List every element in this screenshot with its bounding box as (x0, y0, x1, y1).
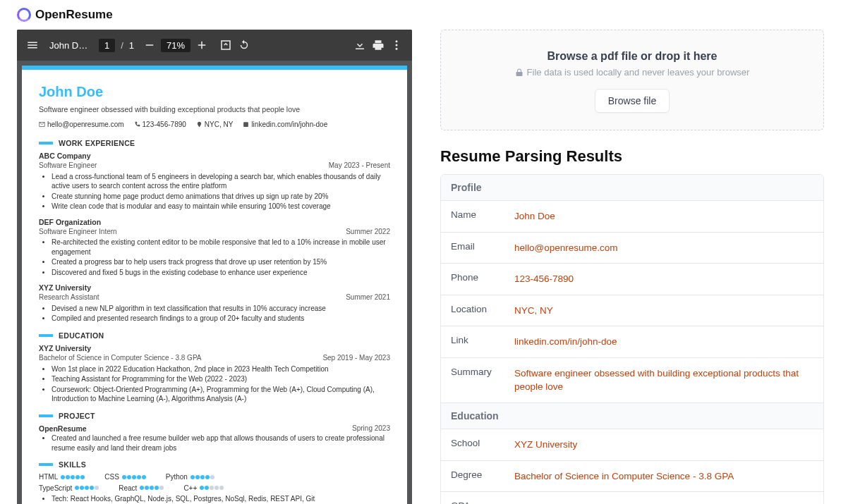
pdf-viewer: John Do… 1 / 1 71% John Doe Software eng… (17, 30, 412, 504)
table-row: LocationNYC, NY (441, 295, 823, 327)
work-item: XYZ University Research AssistantSummer … (39, 283, 390, 324)
page-current[interactable]: 1 (99, 39, 115, 52)
table-row: DegreeBachelor of Science in Computer Sc… (441, 461, 823, 493)
fit-page-icon[interactable] (219, 38, 233, 52)
print-icon[interactable] (371, 38, 385, 52)
pdf-toolbar: John Do… 1 / 1 71% (17, 30, 412, 61)
browse-file-button[interactable]: Browse file (595, 89, 670, 113)
pdf-page: John Doe Software engineer obsessed with… (22, 66, 407, 504)
more-icon[interactable] (389, 38, 404, 52)
svg-point-1 (396, 44, 398, 47)
svg-point-0 (396, 40, 398, 42)
logo-icon (17, 8, 31, 22)
menu-icon[interactable] (25, 38, 40, 52)
logo[interactable]: OpenResume (17, 8, 113, 22)
work-item: ABC Company Software EngineerMay 2023 - … (39, 151, 390, 211)
table-row: GPA3.8 (441, 492, 823, 504)
file-dropzone[interactable]: Browse a pdf file or drop it here File d… (440, 30, 824, 130)
download-icon[interactable] (353, 38, 367, 52)
page-total: 1 (129, 40, 134, 51)
table-row: SchoolXYZ University (441, 429, 823, 461)
svg-rect-3 (244, 123, 249, 128)
results-table: Profile NameJohn Doe Emailhello@openresu… (440, 174, 824, 504)
table-row: Emailhello@openresume.com (441, 233, 823, 264)
resume-name: John Doe (39, 82, 390, 102)
dropzone-subtitle: File data is used locally and never leav… (455, 67, 809, 78)
topbar: OpenResume (0, 0, 841, 30)
table-row: Phone123-456-7890 (441, 264, 823, 295)
dropzone-title: Browse a pdf file or drop it here (455, 50, 809, 63)
zoom-out-icon[interactable] (143, 38, 157, 52)
section-skills: SKILLS (59, 460, 86, 469)
rotate-icon[interactable] (237, 38, 251, 52)
lock-icon (515, 68, 524, 77)
profile-section-label: Profile (441, 175, 823, 201)
table-row: SummarySoftware engineer obsessed with b… (441, 358, 823, 403)
zoom-level[interactable]: 71% (161, 39, 190, 52)
resume-tagline: Software engineer obsessed with building… (39, 104, 390, 114)
section-education: EDUCATION (59, 331, 104, 340)
table-row: NameJohn Doe (441, 201, 823, 233)
work-item: DEF Organization Software Engineer Inter… (39, 217, 390, 278)
section-work: WORK EXPERIENCE (59, 138, 135, 148)
table-row: Linklinkedin.com/in/john-doe (441, 326, 823, 358)
section-project: PROJECT (59, 411, 95, 421)
logo-text: OpenResume (35, 8, 113, 22)
education-section-label: Education (441, 403, 823, 429)
doc-title: John Do… (49, 40, 89, 51)
results-title: Resume Parsing Results (440, 147, 824, 166)
zoom-in-icon[interactable] (195, 38, 209, 52)
svg-point-2 (396, 48, 398, 50)
resume-contacts: hello@openresume.com 123-456-7890 NYC, N… (39, 120, 390, 130)
page-sep: / (121, 40, 123, 51)
